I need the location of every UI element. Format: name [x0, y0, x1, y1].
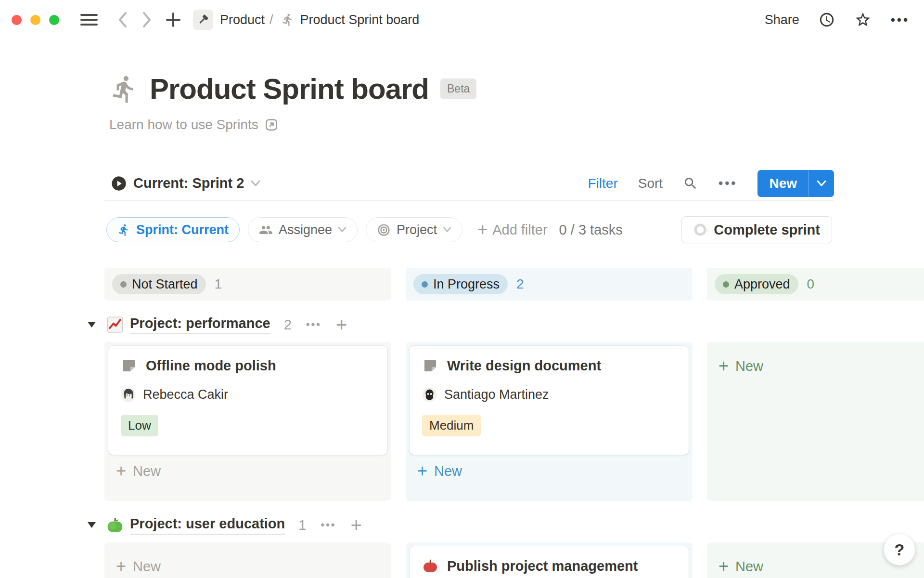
filter-pill-sprint[interactable]: Sprint: Current [106, 217, 240, 242]
add-filter-button[interactable]: + Add filter [477, 221, 547, 238]
board-cell-approved: + New [707, 342, 924, 501]
collapse-triangle-icon[interactable] [87, 321, 96, 328]
plus-icon: + [116, 462, 126, 480]
priority-badge: Low [121, 415, 158, 436]
new-card-button[interactable]: + New [108, 546, 387, 578]
view-switcher[interactable]: Current: Sprint 2 [111, 175, 260, 191]
complete-sprint-button[interactable]: Complete sprint [681, 216, 832, 243]
add-filter-label: Add filter [492, 222, 547, 238]
runner-icon [281, 13, 295, 26]
column-count: 2 [516, 276, 524, 292]
people-icon [259, 223, 273, 237]
sidebar-toggle-icon[interactable] [80, 13, 98, 27]
group-add-icon[interactable]: + [351, 515, 362, 535]
plus-icon: + [417, 462, 427, 480]
avatar-rebecca [121, 387, 136, 402]
favorite-star-icon[interactable] [854, 11, 872, 28]
zoom-window-button[interactable] [49, 15, 59, 25]
learn-sprints-label: Learn how to use Sprints [109, 117, 258, 132]
assignee-name: Santiago Martinez [444, 387, 549, 402]
filter-pill-project[interactable]: Project [366, 217, 462, 242]
new-card-label: New [434, 463, 462, 479]
group-options-icon[interactable]: ••• [321, 519, 336, 531]
filter-button[interactable]: Filter [588, 176, 618, 191]
filter-bar: Sprint: Current Assignee Project + Add f… [106, 216, 832, 243]
more-options-icon[interactable]: ••• [891, 13, 910, 27]
filter-pill-assignee[interactable]: Assignee [248, 217, 358, 242]
close-window-button[interactable] [12, 15, 22, 25]
forward-icon[interactable] [141, 11, 153, 28]
breadcrumb-root-page-icon[interactable] [193, 10, 213, 30]
history-clock-icon[interactable] [819, 12, 835, 28]
board-cell-not-started: + New [104, 542, 391, 578]
plus-icon: + [116, 558, 126, 575]
share-button[interactable]: Share [765, 13, 799, 27]
chevron-down-icon [443, 227, 451, 233]
breadcrumb: Product / Product Sprint board [220, 13, 419, 27]
plus-icon: + [719, 558, 729, 575]
view-options-icon[interactable]: ••• [719, 176, 737, 191]
sprint-play-icon [111, 176, 127, 191]
task-card-write-design-document[interactable]: Write design document Santiago Martinez … [410, 346, 689, 455]
help-button[interactable]: ? [884, 534, 915, 565]
new-card-label: New [133, 463, 161, 479]
status-dot-icon [120, 281, 127, 288]
column-header-in-progress[interactable]: In Progress 2 [406, 268, 693, 301]
new-card-button[interactable]: + New [410, 455, 689, 487]
card-title: Publish project management [447, 558, 638, 574]
progress-ring-icon [693, 223, 707, 236]
card-title: Write design document [447, 358, 601, 374]
priority-badge: Medium [422, 415, 481, 436]
new-task-dropdown-icon[interactable] [809, 170, 834, 197]
back-icon[interactable] [117, 11, 128, 28]
search-icon[interactable] [683, 176, 698, 191]
window-titlebar: Product / Product Sprint board Share ••• [0, 0, 924, 39]
column-count: 1 [215, 276, 222, 292]
new-card-label: New [133, 559, 161, 575]
chart-increasing-icon[interactable] [106, 315, 124, 334]
avatar-santiago [422, 387, 437, 402]
board-cell-not-started: Offline mode polish Rebecca Cakir Low + … [104, 342, 391, 501]
page-title: Product Sprint board [150, 72, 429, 105]
learn-sprints-link[interactable]: Learn how to use Sprints [109, 117, 476, 132]
board-column-headers: Not Started 1 In Progress 2 Approved 0 [104, 268, 924, 301]
breadcrumb-item-product[interactable]: Product [220, 13, 265, 27]
plus-icon: + [719, 357, 729, 375]
new-card-button[interactable]: + New [711, 346, 924, 382]
group-title[interactable]: Project: user education [130, 516, 285, 535]
chevron-down-icon [251, 180, 260, 187]
column-count: 0 [807, 276, 815, 292]
group-add-icon[interactable]: + [336, 315, 347, 334]
new-task-label[interactable]: New [757, 170, 808, 197]
green-apple-icon[interactable] [106, 516, 124, 534]
chevron-down-icon [338, 227, 346, 233]
sprint-board: Not Started 1 In Progress 2 Approved 0 P… [104, 268, 924, 578]
new-card-label: New [735, 559, 763, 575]
view-toolbar: Current: Sprint 2 Filter Sort ••• New [104, 166, 834, 201]
breadcrumb-item-current[interactable]: Product Sprint board [300, 13, 420, 27]
collapse-triangle-icon[interactable] [87, 521, 96, 529]
task-card-offline-mode-polish[interactable]: Offline mode polish Rebecca Cakir Low [108, 346, 387, 455]
page-icon [422, 357, 438, 374]
column-header-approved[interactable]: Approved 0 [707, 268, 924, 301]
sort-button[interactable]: Sort [638, 176, 663, 191]
column-header-not-started[interactable]: Not Started 1 [104, 268, 391, 301]
group-title[interactable]: Project: performance [130, 315, 270, 334]
new-card-label: New [735, 358, 763, 374]
external-link-icon [264, 118, 279, 132]
new-page-icon[interactable] [165, 12, 181, 28]
new-task-button[interactable]: New [757, 170, 834, 197]
group-options-icon[interactable]: ••• [306, 318, 321, 331]
page-runner-icon[interactable] [109, 74, 139, 104]
page-icon [121, 357, 137, 374]
minimize-window-button[interactable] [30, 15, 40, 25]
filter-pill-project-label: Project [397, 223, 437, 237]
task-card-publish-project-management[interactable]: Publish project management [410, 546, 689, 578]
card-title: Offline mode polish [146, 358, 276, 374]
question-mark-icon: ? [895, 540, 905, 559]
runner-icon [117, 223, 130, 236]
group-count: 2 [284, 317, 292, 333]
group-project-performance: Project: performance 2 ••• + Offline mod… [104, 313, 924, 501]
new-card-button[interactable]: + New [108, 455, 387, 487]
beta-badge: Beta [440, 79, 476, 99]
